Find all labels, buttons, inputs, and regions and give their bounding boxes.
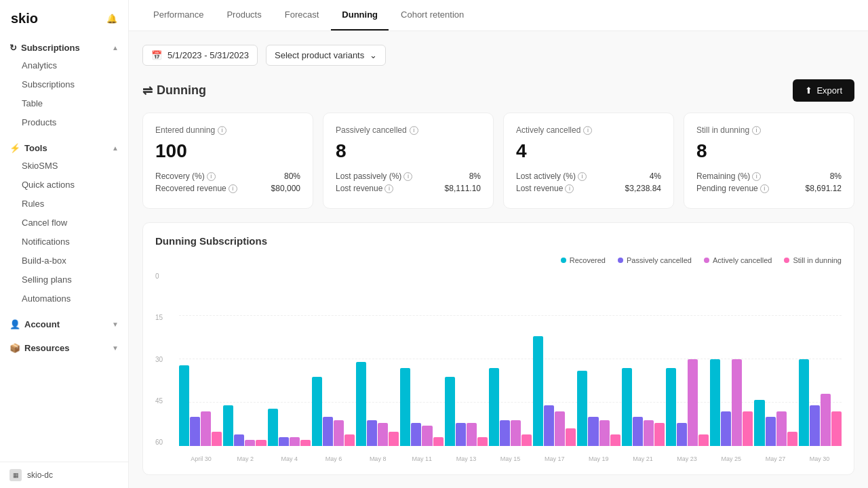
x-label-9: May 19 bbox=[576, 455, 620, 462]
bar-5-3 bbox=[433, 437, 443, 446]
tab-dunning[interactable]: Dunning bbox=[331, 0, 389, 30]
date-picker[interactable]: 📅 5/1/2023 - 5/31/2023 bbox=[142, 45, 258, 66]
info-icon-0-0[interactable]: i bbox=[207, 172, 216, 181]
sidebar-section-header-subscriptions[interactable]: ↻ Subscriptions ▲ bbox=[0, 37, 128, 56]
sidebar-item-notifications[interactable]: Notifications bbox=[4, 232, 124, 251]
bar-1-0 bbox=[223, 405, 233, 446]
bar-4-2 bbox=[378, 423, 388, 446]
sidebar-section-header-account[interactable]: 👤 Account ▼ bbox=[0, 314, 128, 332]
sidebar-item-automations[interactable]: Automations bbox=[4, 289, 124, 308]
dunning-title-icon: ⇌ bbox=[142, 83, 153, 98]
bell-icon[interactable]: 🔔 bbox=[106, 14, 117, 24]
info-icon-1-0[interactable]: i bbox=[403, 172, 412, 181]
bar-10-3 bbox=[654, 423, 665, 446]
tab-products[interactable]: Products bbox=[216, 0, 272, 30]
info-icon-1-1[interactable]: i bbox=[384, 184, 393, 193]
bar-0-3 bbox=[212, 432, 222, 446]
bar-12-3 bbox=[743, 411, 753, 446]
sidebar-item-subscriptions[interactable]: Subscriptions bbox=[4, 75, 124, 94]
dunning-header: ⇌ Dunning ⬆ Export bbox=[142, 79, 854, 102]
tab-cohort-retention[interactable]: Cohort retention bbox=[390, 0, 475, 30]
bar-1-3 bbox=[256, 440, 266, 446]
sidebar: skio 🔔 ↻ Subscriptions ▲ Analytics Subsc… bbox=[0, 0, 129, 488]
bar-8-3 bbox=[566, 428, 576, 446]
bar-6-3 bbox=[477, 437, 488, 446]
calendar-icon: 📅 bbox=[151, 50, 162, 60]
info-icon-2-0[interactable]: i bbox=[578, 172, 587, 181]
sidebar-item-table[interactable]: Table bbox=[4, 94, 124, 113]
sidebar-item-cancel-flow[interactable]: Cancel flow bbox=[4, 214, 124, 232]
stat-card-value-1: 8 bbox=[336, 140, 481, 162]
stat-cards: Entered dunning i 100 Recovery (%) i 80%… bbox=[142, 113, 854, 209]
bar-6-0 bbox=[445, 377, 455, 446]
sidebar-section-resources: 📦 Resources ▼ bbox=[0, 335, 128, 359]
bar-group-4 bbox=[356, 272, 399, 446]
bar-13-3 bbox=[787, 432, 797, 446]
sidebar-section-header-resources[interactable]: 📦 Resources ▼ bbox=[0, 338, 128, 356]
bar-11-1 bbox=[677, 423, 687, 446]
bar-3-2 bbox=[334, 420, 344, 446]
bar-group-1 bbox=[223, 272, 266, 446]
bar-14-3 bbox=[831, 411, 842, 446]
stat-card-title-0: Entered dunning i bbox=[155, 125, 300, 135]
sidebar-item-rules[interactable]: Rules bbox=[4, 195, 124, 213]
sidebar-footer: ▦ skio-dc bbox=[0, 462, 128, 488]
legend-dot-still bbox=[784, 258, 789, 263]
dunning-title: ⇌ Dunning bbox=[142, 83, 206, 98]
chart-x-labels: April 30May 2May 4May 6May 8May 11May 13… bbox=[179, 455, 842, 462]
info-icon-3-1[interactable]: i bbox=[760, 184, 769, 193]
info-icon-3-0[interactable]: i bbox=[752, 172, 761, 181]
product-variants-select[interactable]: Select product variants ⌄ bbox=[266, 45, 386, 66]
info-icon-3[interactable]: i bbox=[752, 126, 761, 135]
x-label-13: May 27 bbox=[753, 455, 797, 462]
stat-card-row-0-1: Recovered revenue i $80,000 bbox=[155, 184, 300, 193]
stat-card-row-3-1: Pending revenue i $8,691.12 bbox=[696, 184, 842, 193]
info-icon-1[interactable]: i bbox=[410, 126, 418, 135]
bar-11-0 bbox=[666, 368, 676, 446]
tab-performance[interactable]: Performance bbox=[142, 0, 214, 30]
legend-dot-passively bbox=[618, 258, 623, 263]
product-variants-label: Select product variants bbox=[275, 50, 364, 60]
bar-group-14 bbox=[799, 272, 842, 446]
sidebar-item-selling-plans[interactable]: Selling plans bbox=[4, 270, 124, 289]
stat-card-passively-cancelled: Passively cancelled i 8 Lost passively (… bbox=[323, 113, 494, 209]
stat-card-row-2-0: Lost actively (%) i 4% bbox=[516, 171, 661, 181]
bar-0-2 bbox=[201, 411, 211, 446]
x-label-11: May 23 bbox=[665, 455, 709, 462]
tab-forecast[interactable]: Forecast bbox=[274, 0, 330, 30]
sidebar-item-build-a-box[interactable]: Build-a-box bbox=[4, 251, 124, 270]
chart-wrapper: 60 45 30 15 0 April 30May 2May 4May 6May… bbox=[155, 272, 842, 462]
stat-card-row-1-0: Lost passively (%) i 8% bbox=[336, 171, 481, 181]
sidebar-section-header-tools[interactable]: ⚡ Tools ▲ bbox=[0, 138, 128, 156]
bar-3-3 bbox=[344, 434, 355, 446]
sidebar-item-skiosms[interactable]: SkioSMS bbox=[4, 157, 124, 175]
bar-group-13 bbox=[754, 272, 797, 446]
bar-0-1 bbox=[190, 417, 200, 446]
tools-icon: ⚡ bbox=[9, 143, 20, 153]
bar-group-3 bbox=[312, 272, 355, 446]
bar-group-11 bbox=[666, 272, 709, 446]
bar-14-0 bbox=[799, 359, 809, 446]
x-label-12: May 25 bbox=[709, 455, 753, 462]
sidebar-item-quick-actions[interactable]: Quick actions bbox=[4, 176, 124, 194]
info-icon-2-1[interactable]: i bbox=[565, 184, 574, 193]
bar-5-2 bbox=[422, 426, 432, 446]
bar-9-2 bbox=[599, 420, 610, 446]
sidebar-item-analytics[interactable]: Analytics bbox=[4, 56, 124, 75]
tools-title: ⚡ Tools bbox=[9, 143, 47, 153]
info-icon-2[interactable]: i bbox=[583, 126, 592, 135]
legend-dot-actively bbox=[704, 258, 709, 263]
info-icon-0[interactable]: i bbox=[218, 126, 226, 135]
footer-icon: ▦ bbox=[9, 469, 22, 481]
stat-card-value-0: 100 bbox=[155, 140, 300, 162]
legend-passively-cancelled: Passively cancelled bbox=[618, 256, 692, 264]
account-icon: 👤 bbox=[9, 319, 20, 329]
chart-y-labels: 60 45 30 15 0 bbox=[155, 272, 174, 446]
chart-legend: Recovered Passively cancelled Actively c… bbox=[155, 256, 842, 264]
stat-card-row-3-0: Remaining (%) i 8% bbox=[696, 171, 842, 181]
subscriptions-title: ↻ Subscriptions bbox=[9, 43, 80, 53]
bar-0-0 bbox=[179, 365, 189, 446]
info-icon-0-1[interactable]: i bbox=[229, 184, 237, 193]
sidebar-item-products[interactable]: Products bbox=[4, 113, 124, 131]
export-button[interactable]: ⬆ Export bbox=[793, 79, 854, 102]
